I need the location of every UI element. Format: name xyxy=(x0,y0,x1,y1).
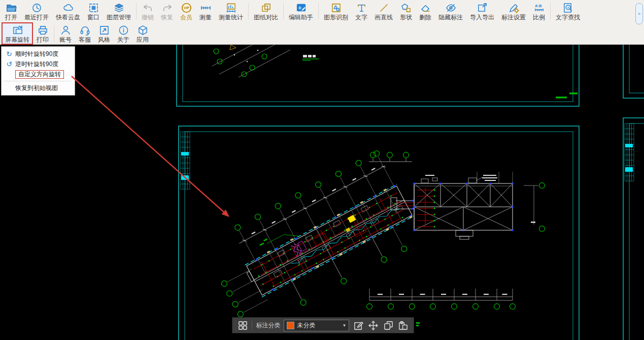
drawing-compare-icon xyxy=(261,2,272,14)
toolbar-button-label: 隐藏标注 xyxy=(438,14,463,21)
toolbar-button-hide-annotation[interactable]: 隐藏标注 xyxy=(435,0,466,22)
annotation-settings-icon xyxy=(509,2,519,14)
menu-item-item-2[interactable]: 自定义方向旋转 xyxy=(2,69,75,79)
toolbar-button-vip[interactable]: VIP会员 xyxy=(177,0,196,22)
category-dropdown[interactable]: 未分类 ▼ xyxy=(284,320,349,331)
open-folder-icon xyxy=(6,2,17,14)
toolbar-button-label: 比例 xyxy=(533,14,545,21)
about-info-icon xyxy=(118,24,129,36)
toolbar-button-redo: 恢复 xyxy=(157,0,177,22)
paste-icon[interactable] xyxy=(398,319,409,331)
menu-item-item-3[interactable]: 恢复到初始视图 xyxy=(2,83,75,93)
toolbar-button-label: 窗口 xyxy=(87,14,99,21)
divider xyxy=(248,3,249,19)
draw-line-icon xyxy=(379,2,389,14)
toolbar-button-eraser[interactable]: 删除 xyxy=(416,0,435,22)
svg-text:A: A xyxy=(567,5,569,9)
toolbar-button-text[interactable]: 文字 xyxy=(352,0,371,22)
category-grid-icon[interactable] xyxy=(237,319,248,331)
toolbar-button-layers[interactable]: 图层管理 xyxy=(103,0,134,22)
toolbar-button-shapes[interactable]: 形状 xyxy=(396,0,416,22)
toolbar-button-measure-stats[interactable]: 测量统计 xyxy=(215,0,247,22)
toolbar-button-label: 会员 xyxy=(180,14,192,21)
toolbar-button-draw-line[interactable]: 画直线 xyxy=(371,0,396,22)
svg-text:VIP: VIP xyxy=(184,6,189,10)
redo-icon xyxy=(162,2,173,14)
menu-item-rotate-ccw[interactable]: ↺逆时针旋转90度 xyxy=(2,59,75,69)
undo-icon xyxy=(143,2,153,14)
toolbar-button-about-info[interactable]: 关于 xyxy=(114,22,133,45)
eraser-icon xyxy=(420,2,431,14)
toolbar-button-label: 账号 xyxy=(59,37,72,43)
svg-text:A:B: A:B xyxy=(534,4,541,8)
toolbar-button-label: 测量统计 xyxy=(219,14,243,21)
toolbar-button-printer[interactable]: 打印 xyxy=(33,22,52,45)
toolbar-button-edit-assistant[interactable]: D编辑助手 xyxy=(285,0,317,22)
annotation-category-label: 标注分类 xyxy=(256,321,280,330)
hide-annotation-icon xyxy=(446,2,456,14)
edit-annotation-icon[interactable] xyxy=(353,319,364,331)
toolbar-button-apps-cube[interactable]: 应用 xyxy=(133,22,152,45)
customer-service-icon xyxy=(80,24,90,36)
window-icon xyxy=(88,2,99,14)
screen-rotate-menu: ↻顺时针旋转90度↺逆时针旋转90度自定义方向旋转恢复到初始视图 xyxy=(1,46,75,96)
printer-icon xyxy=(38,24,48,36)
vip-icon: VIP xyxy=(181,2,192,14)
toolbar-button-recent-clock[interactable]: 最近打开 xyxy=(21,0,52,22)
annotation-category-toolbar: 标注分类 未分类 ▼ xyxy=(232,317,414,333)
text-icon xyxy=(356,2,367,14)
top-toolbar: 打开最近打开快看云盘窗口图层管理撤销恢复VIP会员测量测量统计图纸对比D编辑助手… xyxy=(0,0,644,45)
toolbar-button-label: 图纸对比 xyxy=(254,14,278,21)
toolbar-button-label: 图形识别 xyxy=(324,14,348,21)
toolbar-button-drawing-compare[interactable]: 图纸对比 xyxy=(250,0,282,22)
measure-stats-icon xyxy=(226,2,236,14)
toolbar-button-label: 形状 xyxy=(400,14,412,21)
toolbar-button-measure[interactable]: 测量 xyxy=(196,0,215,22)
measure-icon xyxy=(200,2,211,14)
text-search-icon: A xyxy=(563,2,573,14)
cad-canvas[interactable] xyxy=(0,0,644,340)
toolbar-button-account[interactable]: 账号 xyxy=(56,22,75,45)
toolbar-button-label: 风格 xyxy=(98,37,110,43)
toolbar-button-open-folder[interactable]: 打开 xyxy=(2,0,21,22)
toolbar-button-label: 文字 xyxy=(355,14,367,21)
divider xyxy=(550,3,551,19)
toolbar-button-label: 测量 xyxy=(199,14,212,21)
toolbar-button-label: 关于 xyxy=(117,37,129,43)
screen-rotate-icon xyxy=(12,24,23,36)
toolbar-button-label: 快看云盘 xyxy=(56,14,80,21)
move-icon[interactable] xyxy=(368,319,379,331)
toolbar-button-label: 图层管理 xyxy=(107,14,131,21)
toolbar-button-annotation-settings[interactable]: 标注设置 xyxy=(498,0,529,22)
toolbar-button-screen-rotate[interactable]: 屏幕旋转 xyxy=(2,22,33,45)
import-export-icon xyxy=(477,2,488,14)
toolbar-button-window[interactable]: 窗口 xyxy=(84,0,103,22)
menu-divider xyxy=(5,81,72,81)
copy-icon[interactable] xyxy=(383,319,394,331)
toolbar-button-style[interactable]: 风格 xyxy=(94,22,114,45)
menu-item-label: 逆时针旋转90度 xyxy=(15,60,58,69)
toolbar-button-scale-ab[interactable]: A:B比例 xyxy=(529,0,549,22)
cloud-icon xyxy=(63,2,74,14)
toolbar-button-shape-recognition[interactable]: 图形识别 xyxy=(320,0,352,22)
toolbar-button-cloud[interactable]: 快看云盘 xyxy=(52,0,84,22)
menu-item-label: 自定义方向旋转 xyxy=(15,70,64,79)
shapes-icon xyxy=(401,2,412,14)
toolbar-button-label: 文字查找 xyxy=(556,14,580,21)
toolbar-button-label: 客服 xyxy=(79,37,91,43)
toolbar-button-customer-service[interactable]: 客服 xyxy=(75,22,94,45)
toolbar-button-label: 打印 xyxy=(37,37,49,43)
scale-ab-icon: A:B xyxy=(534,2,545,14)
toolbar-button-label: 最近打开 xyxy=(24,14,49,21)
shape-recognition-icon xyxy=(331,2,342,14)
apps-cube-icon xyxy=(138,24,148,36)
toolbar-button-import-export[interactable]: 导入导出 xyxy=(466,0,498,22)
menu-item-rotate-cw[interactable]: ↻顺时针旋转90度 xyxy=(2,49,75,59)
layers-icon xyxy=(114,2,124,14)
divider xyxy=(318,3,319,19)
divider xyxy=(54,25,54,42)
divider xyxy=(136,3,137,19)
toolbar-button-label: 屏幕旋转 xyxy=(5,37,29,43)
toolbar-more-button[interactable]: » xyxy=(635,3,643,24)
toolbar-button-text-search[interactable]: A文字查找 xyxy=(552,0,584,22)
